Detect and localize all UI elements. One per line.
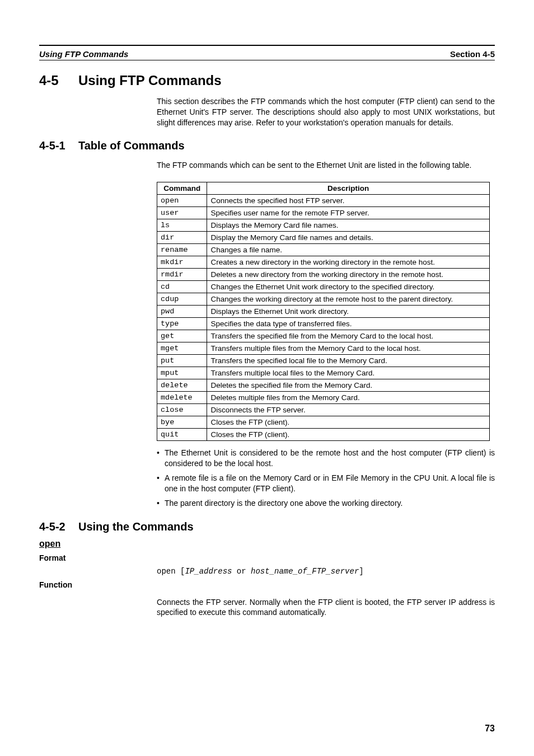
rule-top-thick <box>39 45 495 46</box>
cmd-cell: bye <box>157 416 207 428</box>
desc-cell: Closes the FTP (client). <box>207 428 490 440</box>
desc-cell: Transfers multiple files from the Memory… <box>207 342 490 354</box>
cmd-cell: close <box>157 403 207 416</box>
table-row: deleteDeletes the specified file from th… <box>157 379 490 391</box>
note-item: •The parent directory is the directory o… <box>157 498 495 509</box>
desc-cell: Transfers the specified local file to th… <box>207 354 490 367</box>
table-row: byeCloses the FTP (client). <box>157 416 490 428</box>
section-intro: This section describes the FTP commands … <box>157 96 495 128</box>
section-heading: 4-5Using FTP Commands <box>39 73 495 88</box>
desc-cell: Displays the Memory Card file names. <box>207 219 490 231</box>
note-item: •A remote file is a file on the Memory C… <box>157 473 495 495</box>
running-head: Using FTP Commands Section 4-5 <box>39 48 495 60</box>
bullet-icon: • <box>157 498 165 509</box>
desc-cell: Displays the Ethernet Unit work director… <box>207 305 490 317</box>
rule-top-thin <box>39 60 495 60</box>
bullet-icon: • <box>157 473 165 495</box>
cmd-cell: ls <box>157 219 207 231</box>
code-suffix: ] <box>359 567 363 576</box>
cmd-cell: get <box>157 330 207 342</box>
section-title-text: Using FTP Commands <box>78 73 222 88</box>
table-row: mdeleteDeletes multiple files from the M… <box>157 391 490 403</box>
desc-cell: Deletes multiple files from the Memory C… <box>207 391 490 403</box>
table-row: lsDisplays the Memory Card file names. <box>157 219 490 231</box>
table-row: getTransfers the specified file from the… <box>157 330 490 342</box>
cmd-cell: mdelete <box>157 391 207 403</box>
desc-cell: Transfers multiple local files to the Me… <box>207 367 490 379</box>
subsection-2-number: 4-5-2 <box>39 520 78 533</box>
table-row: mkdirCreates a new directory in the work… <box>157 256 490 268</box>
table-row: dirDisplay the Memory Card file names an… <box>157 231 490 243</box>
bullet-icon: • <box>157 448 165 469</box>
code-arg-ipaddress: IP_address <box>185 567 232 576</box>
desc-cell: Disconnects the FTP server. <box>207 403 490 416</box>
cmd-cell: rmdir <box>157 268 207 280</box>
cmd-cell: rename <box>157 243 207 256</box>
table-row: mgetTransfers multiple files from the Me… <box>157 342 490 354</box>
desc-cell: Changes the working directory at the rem… <box>207 293 490 305</box>
open-function-text: Connects the FTP server. Normally when t… <box>157 597 495 618</box>
format-label: Format <box>39 553 495 562</box>
desc-cell: Connects the specified host FTP server. <box>207 194 490 206</box>
table-row: pwdDisplays the Ethernet Unit work direc… <box>157 305 490 317</box>
code-prefix: open [ <box>157 567 185 576</box>
desc-cell: Deletes a new directory from the working… <box>207 268 490 280</box>
cmd-cell: type <box>157 317 207 330</box>
running-head-left: Using FTP Commands <box>39 49 128 59</box>
page-number: 73 <box>485 724 495 734</box>
subsection-1-title-text: Table of Commands <box>78 139 185 152</box>
subsection-2-heading: 4-5-2Using the Commands <box>39 520 495 533</box>
cmd-cell: user <box>157 206 207 219</box>
cmd-cell: mget <box>157 342 207 354</box>
running-head-right: Section 4-5 <box>450 49 495 59</box>
note-text: A remote file is a file on the Memory Ca… <box>165 473 495 495</box>
cmd-cell: dir <box>157 231 207 243</box>
note-text: The parent directory is the directory on… <box>165 498 402 509</box>
desc-cell: Closes the FTP (client). <box>207 416 490 428</box>
desc-cell: Specifies user name for the remote FTP s… <box>207 206 490 219</box>
header-command: Command <box>157 182 207 194</box>
section-number: 4-5 <box>39 73 78 88</box>
desc-cell: Display the Memory Card file names and d… <box>207 231 490 243</box>
table-row: closeDisconnects the FTP server. <box>157 403 490 416</box>
function-label: Function <box>39 580 495 589</box>
code-arg-hostname: host_name_of_FTP_server <box>251 567 359 576</box>
cmd-cell: mput <box>157 367 207 379</box>
notes-list: •The Ethernet Unit is considered to be t… <box>157 448 495 509</box>
header-description: Description <box>207 182 490 194</box>
desc-cell: Creates a new directory in the working d… <box>207 256 490 268</box>
subsection-2-title-text: Using the Commands <box>78 520 194 533</box>
table-row: typeSpecifies the data type of transferr… <box>157 317 490 330</box>
open-format-code: open [IP_address or host_name_of_FTP_ser… <box>157 567 495 576</box>
cmd-cell: delete <box>157 379 207 391</box>
cmd-cell: quit <box>157 428 207 440</box>
command-open-heading: open <box>39 539 495 549</box>
table-row: cdChanges the Ethernet Unit work directo… <box>157 280 490 293</box>
desc-cell: Deletes the specified file from the Memo… <box>207 379 490 391</box>
cmd-cell: open <box>157 194 207 206</box>
table-row: openConnects the specified host FTP serv… <box>157 194 490 206</box>
subsection-1-heading: 4-5-1Table of Commands <box>39 139 495 152</box>
table-row: renameChanges a file name. <box>157 243 490 256</box>
cmd-cell: cd <box>157 280 207 293</box>
cmd-cell: pwd <box>157 305 207 317</box>
desc-cell: Changes the Ethernet Unit work directory… <box>207 280 490 293</box>
table-row: rmdirDeletes a new directory from the wo… <box>157 268 490 280</box>
subsection-1-intro: The FTP commands which can be sent to th… <box>157 160 495 171</box>
cmd-cell: mkdir <box>157 256 207 268</box>
cmd-cell: cdup <box>157 293 207 305</box>
table-row: userSpecifies user name for the remote F… <box>157 206 490 219</box>
desc-cell: Transfers the specified file from the Me… <box>207 330 490 342</box>
note-text: The Ethernet Unit is considered to be th… <box>165 448 495 469</box>
table-row: quitCloses the FTP (client). <box>157 428 490 440</box>
cmd-cell: put <box>157 354 207 367</box>
commands-table: Command Description openConnects the spe… <box>157 182 490 441</box>
table-header-row: Command Description <box>157 182 490 194</box>
code-or: or <box>232 567 251 576</box>
table-row: cdupChanges the working directory at the… <box>157 293 490 305</box>
note-item: •The Ethernet Unit is considered to be t… <box>157 448 495 469</box>
document-page: Using FTP Commands Section 4-5 4-5Using … <box>0 0 534 756</box>
subsection-1-number: 4-5-1 <box>39 139 78 152</box>
table-row: putTransfers the specified local file to… <box>157 354 490 367</box>
table-row: mputTransfers multiple local files to th… <box>157 367 490 379</box>
